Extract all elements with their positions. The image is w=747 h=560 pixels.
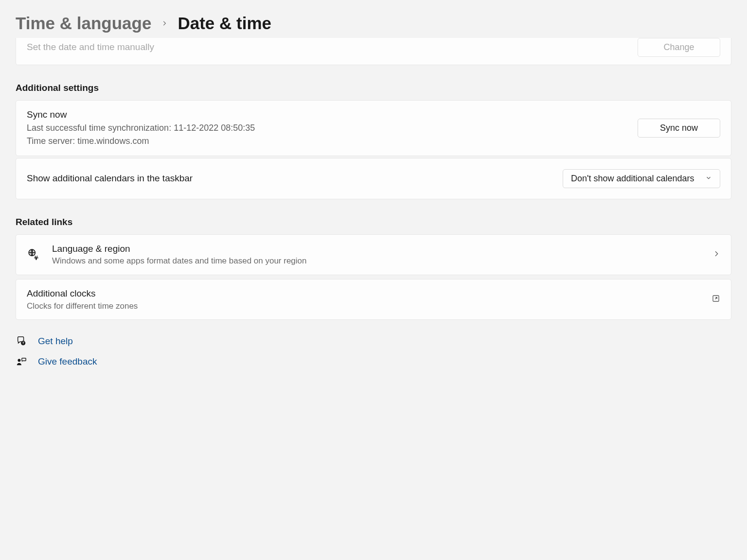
get-help-link[interactable]: ? Get help xyxy=(16,335,731,347)
help-icon: ? xyxy=(16,335,27,347)
manual-datetime-label: Set the date and time manually xyxy=(27,41,638,54)
svg-rect-5 xyxy=(22,358,26,361)
chevron-right-icon xyxy=(712,250,720,260)
footer-links: ? Get help Give feedback xyxy=(16,335,731,368)
change-button[interactable]: Change xyxy=(638,38,720,57)
svg-point-4 xyxy=(18,359,20,362)
additional-calendars-label: Show additional calendars in the taskbar xyxy=(27,172,563,185)
sync-server: Time server: time.windows.com xyxy=(27,135,638,148)
svg-text:?: ? xyxy=(22,342,24,345)
section-related-links: Related links xyxy=(16,217,731,228)
link-language-region-title: Language & region xyxy=(52,243,701,256)
additional-calendars-select[interactable]: Don't show additional calendars xyxy=(563,169,720,188)
give-feedback-text: Give feedback xyxy=(38,356,97,367)
chevron-down-icon xyxy=(705,174,712,184)
section-additional-settings: Additional settings xyxy=(16,83,731,93)
sync-title: Sync now xyxy=(27,108,638,122)
link-additional-clocks[interactable]: Additional clocks Clocks for different t… xyxy=(16,279,731,320)
open-external-icon xyxy=(711,294,720,305)
link-additional-clocks-title: Additional clocks xyxy=(27,287,700,300)
give-feedback-link[interactable]: Give feedback xyxy=(16,356,731,368)
sync-card: Sync now Last successful time synchroniz… xyxy=(16,100,731,156)
additional-calendars-value: Don't show additional calendars xyxy=(571,174,694,184)
link-additional-clocks-sub: Clocks for different time zones xyxy=(27,300,700,312)
feedback-icon xyxy=(16,356,27,368)
additional-calendars-card: Show additional calendars in the taskbar… xyxy=(16,158,731,199)
sync-last: Last successful time synchronization: 11… xyxy=(27,122,638,135)
link-language-region-sub: Windows and some apps format dates and t… xyxy=(52,255,701,267)
get-help-text: Get help xyxy=(38,336,73,347)
breadcrumb-current: Date & time xyxy=(178,14,271,33)
manual-datetime-card: Set the date and time manually Change xyxy=(16,38,731,65)
link-language-region[interactable]: Language & region Windows and some apps … xyxy=(16,234,731,275)
globe-translate-icon xyxy=(27,248,40,262)
breadcrumb: Time & language Date & time xyxy=(16,0,731,44)
breadcrumb-parent[interactable]: Time & language xyxy=(16,14,151,33)
chevron-right-icon xyxy=(161,20,168,27)
sync-now-button[interactable]: Sync now xyxy=(638,119,720,138)
